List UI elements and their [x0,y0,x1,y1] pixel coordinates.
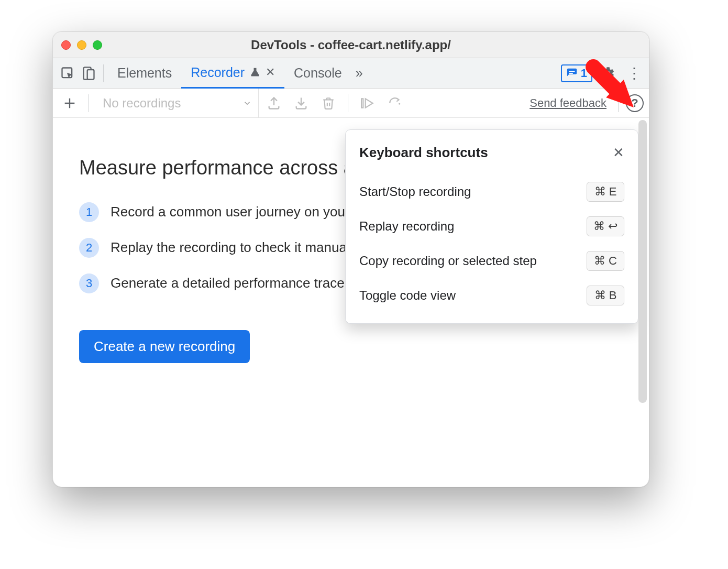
redo-icon[interactable] [383,91,407,115]
help-icon[interactable]: ? [626,94,644,112]
shortcut-label: Start/Stop recording [359,184,471,199]
zoom-window-button[interactable] [93,40,102,50]
shortcuts-popup: Keyboard shortcuts ✕ Start/Stop recordin… [345,129,638,324]
minimize-window-button[interactable] [77,40,86,50]
device-toggle-icon[interactable] [78,63,99,84]
inspect-icon[interactable] [57,63,78,84]
shortcut-key: ⌘ E [587,182,624,202]
step-number: 1 [79,202,99,222]
step-icon[interactable] [356,91,380,115]
window-titlebar: DevTools - coffee-cart.netlify.app/ [53,32,649,58]
create-recording-button[interactable]: Create a new recording [79,330,250,363]
devtools-window: DevTools - coffee-cart.netlify.app/ Elem… [52,31,649,487]
popup-title: Keyboard shortcuts [359,145,488,161]
svg-rect-0 [62,68,72,78]
close-window-button[interactable] [61,40,71,50]
recorder-content: Measure performance across an entire use… [53,118,649,487]
tab-label: Elements [117,65,172,81]
traffic-lights [61,40,102,50]
step-number: 3 [79,273,99,293]
shortcut-row: Replay recording ⌘ ↩ [359,209,624,244]
recordings-select[interactable]: No recordings [96,89,259,117]
scrollbar[interactable] [638,120,647,403]
step-number: 2 [79,238,99,258]
shortcut-key: ⌘ ↩ [587,216,624,236]
shortcut-label: Copy recording or selected step [359,254,537,268]
tab-elements[interactable]: Elements [108,58,181,89]
tab-label: Console [294,65,342,81]
issues-badge[interactable]: 1 [561,64,592,82]
issues-count: 1 [581,67,587,80]
tab-console[interactable]: Console [284,58,351,89]
delete-icon[interactable] [316,91,340,115]
shortcut-label: Toggle code view [359,288,456,303]
devtools-tabbar: Elements Recorder ✕ Console » 1 ⋮ [53,58,649,89]
chevron-down-icon [242,99,252,108]
tab-recorder[interactable]: Recorder ✕ [181,58,284,89]
divider [348,94,348,112]
send-feedback-link[interactable]: Send feedback [530,96,606,110]
svg-marker-8 [366,99,373,107]
shortcut-row: Copy recording or selected step ⌘ C [359,244,624,278]
tabbar-right: 1 ⋮ [561,63,645,84]
tab-overflow[interactable]: » [351,58,367,89]
svg-rect-2 [87,70,94,80]
shortcut-row: Start/Stop recording ⌘ E [359,174,624,209]
step-text: Replay the recording to check it manuall… [111,238,359,258]
settings-gear-icon[interactable] [598,63,619,84]
svg-rect-4 [569,73,572,74]
svg-rect-7 [361,99,363,107]
recorder-toolbar: No recordings Send feedback ? [53,89,649,118]
shortcut-key: ⌘ B [587,286,624,305]
window-title: DevTools - coffee-cart.netlify.app/ [53,38,649,52]
tab-label: Recorder [191,65,245,80]
divider [89,94,89,112]
import-icon[interactable] [289,91,313,115]
new-recording-icon[interactable] [58,96,81,111]
divider [103,64,104,82]
svg-rect-3 [569,71,575,72]
overflow-label: » [356,65,363,81]
close-icon[interactable]: ✕ [613,145,624,161]
svg-point-9 [399,103,400,104]
divider [618,94,619,112]
flask-icon [250,67,260,78]
shortcut-label: Replay recording [359,219,454,234]
kebab-menu-icon[interactable]: ⋮ [624,64,645,82]
close-tab-icon[interactable]: ✕ [266,65,275,79]
export-icon[interactable] [262,91,286,115]
shortcut-key: ⌘ C [587,251,624,271]
shortcut-row: Toggle code view ⌘ B [359,278,624,313]
recordings-placeholder: No recordings [103,96,181,111]
